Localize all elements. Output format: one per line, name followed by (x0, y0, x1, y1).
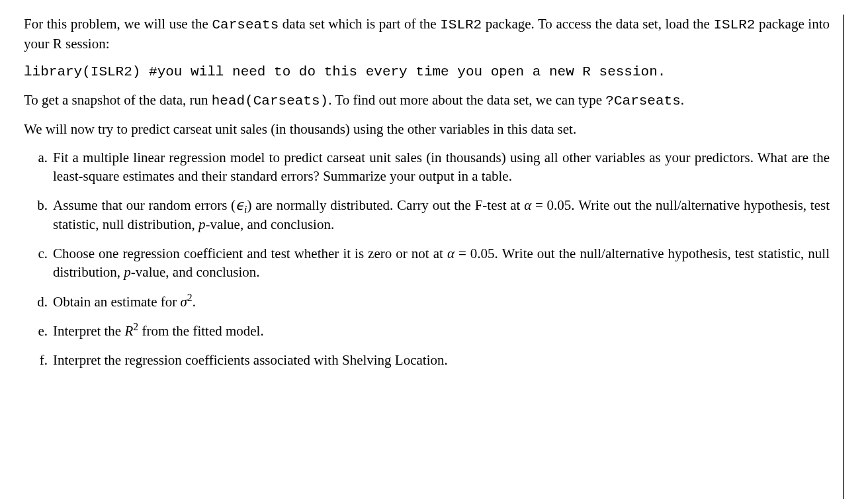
text-segment: Interpret the (53, 323, 124, 339)
math-alpha: α (447, 246, 455, 261)
math-sup-2: 2 (133, 321, 138, 332)
code-qcarseats: ?Carseats (605, 93, 680, 109)
text-segment: package. To access the data set, load th… (482, 16, 713, 32)
code-head: head(Carseats) (212, 93, 328, 109)
math-sup-2: 2 (187, 292, 193, 303)
text-segment: ) are normally distributed. Carry out th… (247, 197, 524, 213)
text-segment: from the fitted model. (138, 323, 264, 339)
item-e: Interpret the R2 from the fitted model. (53, 322, 830, 340)
item-f: Interpret the regression coefficients as… (53, 351, 830, 369)
math-p: p (198, 216, 206, 232)
text-segment: -value, and conclusion. (205, 216, 334, 232)
math-sigma: σ (180, 294, 187, 310)
text-segment: Assume that our random errors ( (53, 197, 236, 213)
item-a: Fit a multiple linear regression model t… (53, 148, 830, 186)
text-segment: For this problem, we will use the (24, 16, 212, 32)
question-list: Fit a multiple linear regression model t… (24, 148, 830, 370)
text-segment: Obtain an estimate for (53, 294, 180, 310)
intro-paragraph-1: For this problem, we will use the Carsea… (24, 15, 830, 54)
text-segment: . (193, 294, 196, 310)
item-a-text: Fit a multiple linear regression model t… (53, 150, 830, 184)
intro-paragraph-3: We will now try to predict carseat unit … (24, 120, 830, 138)
item-f-text: Interpret the regression coefficients as… (53, 352, 448, 368)
text-segment: data set which is part of the (279, 16, 440, 32)
code-line: library(ISLR2) #you will need to do this… (24, 63, 830, 81)
text-segment: To get a snapshot of the data, run (24, 92, 212, 108)
item-d: Obtain an estimate for σ2. (53, 293, 830, 311)
item-b: Assume that our random errors (ϵi) are n… (53, 196, 830, 234)
code-islr2: ISLR2 (440, 17, 482, 32)
text-segment: . (681, 92, 684, 108)
intro-paragraph-2: To get a snapshot of the data, run head(… (24, 91, 830, 111)
item-c: Choose one regression coefficient and te… (53, 244, 830, 282)
text-segment: Choose one regression coefficient and te… (53, 246, 447, 261)
text-segment: . To find out more about the data set, w… (328, 92, 605, 108)
page-inner: For this problem, we will use the Carsea… (24, 15, 844, 499)
code-carseats: Carseats (212, 17, 279, 32)
code-islr2-2: ISLR2 (713, 17, 755, 32)
page-container: For this problem, we will use the Carsea… (0, 0, 868, 499)
text-segment: -value, and conclusion. (131, 264, 260, 280)
math-alpha: α (524, 197, 531, 213)
math-R: R (124, 323, 133, 339)
math-epsilon: ϵ (236, 197, 244, 213)
math-p: p (124, 264, 131, 280)
